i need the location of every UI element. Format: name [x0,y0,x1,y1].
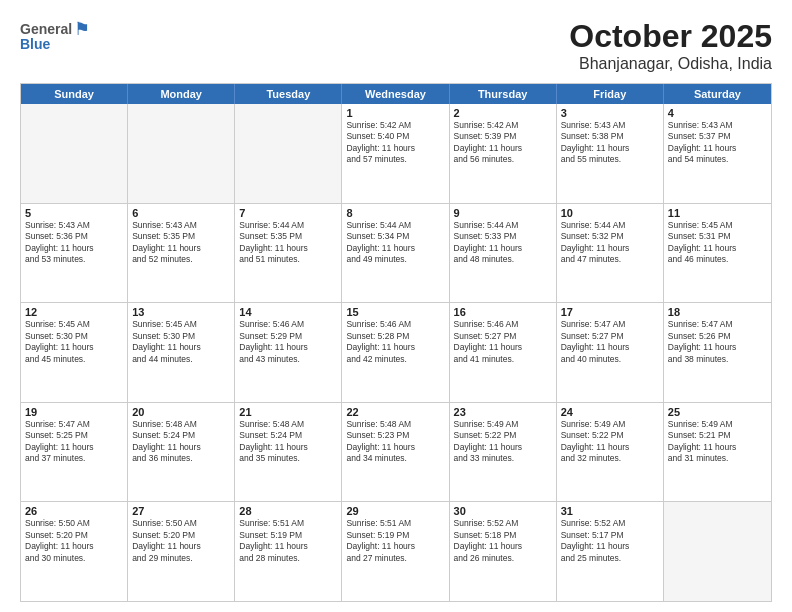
calendar-row-2: 5Sunrise: 5:43 AM Sunset: 5:36 PM Daylig… [21,204,771,304]
day-cell-4: 4Sunrise: 5:43 AM Sunset: 5:37 PM Daylig… [664,104,771,203]
day-cell-6: 6Sunrise: 5:43 AM Sunset: 5:35 PM Daylig… [128,204,235,303]
day-info: Sunrise: 5:50 AM Sunset: 5:20 PM Dayligh… [25,518,123,564]
day-cell-23: 23Sunrise: 5:49 AM Sunset: 5:22 PM Dayli… [450,403,557,502]
logo-blue: Blue [20,36,50,52]
day-cell-10: 10Sunrise: 5:44 AM Sunset: 5:32 PM Dayli… [557,204,664,303]
day-info: Sunrise: 5:43 AM Sunset: 5:36 PM Dayligh… [25,220,123,266]
day-info: Sunrise: 5:43 AM Sunset: 5:38 PM Dayligh… [561,120,659,166]
calendar: Sunday Monday Tuesday Wednesday Thursday… [20,83,772,602]
day-cell-31: 31Sunrise: 5:52 AM Sunset: 5:17 PM Dayli… [557,502,664,601]
day-cell-30: 30Sunrise: 5:52 AM Sunset: 5:18 PM Dayli… [450,502,557,601]
empty-cell [21,104,128,203]
header-thursday: Thursday [450,84,557,104]
day-info: Sunrise: 5:49 AM Sunset: 5:22 PM Dayligh… [561,419,659,465]
calendar-body: 1Sunrise: 5:42 AM Sunset: 5:40 PM Daylig… [21,104,771,601]
day-cell-22: 22Sunrise: 5:48 AM Sunset: 5:23 PM Dayli… [342,403,449,502]
day-info: Sunrise: 5:48 AM Sunset: 5:24 PM Dayligh… [132,419,230,465]
calendar-row-1: 1Sunrise: 5:42 AM Sunset: 5:40 PM Daylig… [21,104,771,204]
day-number: 30 [454,505,552,517]
day-info: Sunrise: 5:49 AM Sunset: 5:22 PM Dayligh… [454,419,552,465]
day-info: Sunrise: 5:52 AM Sunset: 5:18 PM Dayligh… [454,518,552,564]
logo-general: General [20,21,72,37]
day-cell-1: 1Sunrise: 5:42 AM Sunset: 5:40 PM Daylig… [342,104,449,203]
day-cell-25: 25Sunrise: 5:49 AM Sunset: 5:21 PM Dayli… [664,403,771,502]
day-number: 10 [561,207,659,219]
header: General ⚑ Blue October 2025 Bhanjanagar,… [20,18,772,73]
day-cell-2: 2Sunrise: 5:42 AM Sunset: 5:39 PM Daylig… [450,104,557,203]
day-info: Sunrise: 5:49 AM Sunset: 5:21 PM Dayligh… [668,419,767,465]
day-number: 4 [668,107,767,119]
day-number: 31 [561,505,659,517]
day-number: 3 [561,107,659,119]
day-number: 5 [25,207,123,219]
day-info: Sunrise: 5:44 AM Sunset: 5:34 PM Dayligh… [346,220,444,266]
day-cell-14: 14Sunrise: 5:46 AM Sunset: 5:29 PM Dayli… [235,303,342,402]
day-info: Sunrise: 5:46 AM Sunset: 5:28 PM Dayligh… [346,319,444,365]
day-info: Sunrise: 5:46 AM Sunset: 5:27 PM Dayligh… [454,319,552,365]
day-number: 29 [346,505,444,517]
header-sunday: Sunday [21,84,128,104]
day-info: Sunrise: 5:47 AM Sunset: 5:25 PM Dayligh… [25,419,123,465]
calendar-row-4: 19Sunrise: 5:47 AM Sunset: 5:25 PM Dayli… [21,403,771,503]
day-cell-7: 7Sunrise: 5:44 AM Sunset: 5:35 PM Daylig… [235,204,342,303]
day-number: 22 [346,406,444,418]
day-number: 6 [132,207,230,219]
day-info: Sunrise: 5:51 AM Sunset: 5:19 PM Dayligh… [239,518,337,564]
day-number: 17 [561,306,659,318]
calendar-row-3: 12Sunrise: 5:45 AM Sunset: 5:30 PM Dayli… [21,303,771,403]
day-number: 16 [454,306,552,318]
day-cell-18: 18Sunrise: 5:47 AM Sunset: 5:26 PM Dayli… [664,303,771,402]
day-info: Sunrise: 5:45 AM Sunset: 5:30 PM Dayligh… [132,319,230,365]
logo-flag-icon: ⚑ [74,18,90,40]
day-info: Sunrise: 5:43 AM Sunset: 5:35 PM Dayligh… [132,220,230,266]
day-cell-15: 15Sunrise: 5:46 AM Sunset: 5:28 PM Dayli… [342,303,449,402]
day-info: Sunrise: 5:44 AM Sunset: 5:35 PM Dayligh… [239,220,337,266]
day-info: Sunrise: 5:45 AM Sunset: 5:30 PM Dayligh… [25,319,123,365]
day-info: Sunrise: 5:50 AM Sunset: 5:20 PM Dayligh… [132,518,230,564]
day-number: 24 [561,406,659,418]
day-cell-27: 27Sunrise: 5:50 AM Sunset: 5:20 PM Dayli… [128,502,235,601]
day-number: 19 [25,406,123,418]
day-info: Sunrise: 5:51 AM Sunset: 5:19 PM Dayligh… [346,518,444,564]
day-info: Sunrise: 5:46 AM Sunset: 5:29 PM Dayligh… [239,319,337,365]
day-info: Sunrise: 5:42 AM Sunset: 5:40 PM Dayligh… [346,120,444,166]
day-info: Sunrise: 5:45 AM Sunset: 5:31 PM Dayligh… [668,220,767,266]
day-number: 2 [454,107,552,119]
day-number: 26 [25,505,123,517]
day-cell-21: 21Sunrise: 5:48 AM Sunset: 5:24 PM Dayli… [235,403,342,502]
day-cell-9: 9Sunrise: 5:44 AM Sunset: 5:33 PM Daylig… [450,204,557,303]
empty-cell [664,502,771,601]
header-tuesday: Tuesday [235,84,342,104]
day-cell-13: 13Sunrise: 5:45 AM Sunset: 5:30 PM Dayli… [128,303,235,402]
location-title: Bhanjanagar, Odisha, India [569,55,772,73]
day-number: 23 [454,406,552,418]
day-info: Sunrise: 5:48 AM Sunset: 5:23 PM Dayligh… [346,419,444,465]
header-wednesday: Wednesday [342,84,449,104]
day-number: 20 [132,406,230,418]
day-info: Sunrise: 5:52 AM Sunset: 5:17 PM Dayligh… [561,518,659,564]
header-monday: Monday [128,84,235,104]
day-cell-17: 17Sunrise: 5:47 AM Sunset: 5:27 PM Dayli… [557,303,664,402]
day-cell-16: 16Sunrise: 5:46 AM Sunset: 5:27 PM Dayli… [450,303,557,402]
day-cell-5: 5Sunrise: 5:43 AM Sunset: 5:36 PM Daylig… [21,204,128,303]
day-cell-12: 12Sunrise: 5:45 AM Sunset: 5:30 PM Dayli… [21,303,128,402]
day-cell-20: 20Sunrise: 5:48 AM Sunset: 5:24 PM Dayli… [128,403,235,502]
day-number: 27 [132,505,230,517]
title-block: October 2025 Bhanjanagar, Odisha, India [569,18,772,73]
day-number: 12 [25,306,123,318]
day-info: Sunrise: 5:43 AM Sunset: 5:37 PM Dayligh… [668,120,767,166]
day-info: Sunrise: 5:47 AM Sunset: 5:26 PM Dayligh… [668,319,767,365]
empty-cell [235,104,342,203]
header-friday: Friday [557,84,664,104]
day-cell-3: 3Sunrise: 5:43 AM Sunset: 5:38 PM Daylig… [557,104,664,203]
calendar-header: Sunday Monday Tuesday Wednesday Thursday… [21,84,771,104]
day-number: 18 [668,306,767,318]
day-cell-28: 28Sunrise: 5:51 AM Sunset: 5:19 PM Dayli… [235,502,342,601]
day-cell-8: 8Sunrise: 5:44 AM Sunset: 5:34 PM Daylig… [342,204,449,303]
day-cell-26: 26Sunrise: 5:50 AM Sunset: 5:20 PM Dayli… [21,502,128,601]
day-number: 14 [239,306,337,318]
day-info: Sunrise: 5:42 AM Sunset: 5:39 PM Dayligh… [454,120,552,166]
day-cell-29: 29Sunrise: 5:51 AM Sunset: 5:19 PM Dayli… [342,502,449,601]
day-number: 15 [346,306,444,318]
header-saturday: Saturday [664,84,771,104]
